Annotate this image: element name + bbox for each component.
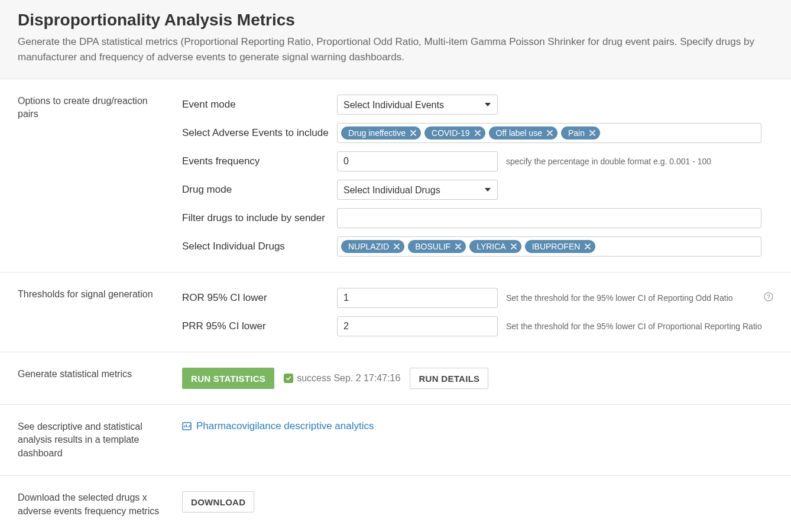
ror-label: ROR 95% CI lower [182, 292, 337, 304]
run-statistics-button[interactable]: RUN STATISTICS [182, 368, 274, 389]
event-mode-select[interactable]: Select Individual Events [337, 95, 498, 115]
run-status: success Sep. 2 17:47:16 [284, 373, 400, 384]
adverse-events-label: Select Adverse Events to include [182, 127, 337, 139]
event-mode-label: Event mode [182, 99, 337, 111]
section-generate: Generate statistical metrics RUN STATIST… [0, 352, 791, 405]
filter-drugs-label: Filter drugs to include by sender [182, 212, 337, 224]
tag-label: Pain [568, 128, 585, 138]
close-icon[interactable] [455, 244, 461, 249]
close-icon[interactable] [475, 130, 481, 136]
prr-input[interactable] [337, 316, 498, 336]
tag-label: Off label use [496, 128, 542, 138]
tag: NUPLAZID [341, 240, 404, 253]
analytics-link-text: Pharmacovigilance descriptive analytics [196, 420, 374, 432]
svg-text:?: ? [767, 294, 770, 300]
drug-mode-label: Drug mode [182, 184, 337, 196]
tag: Off label use [489, 126, 557, 140]
download-button[interactable]: DOWNLOAD [182, 491, 254, 512]
adverse-events-input[interactable]: Drug ineffectiveCOVID-19Off label usePai… [337, 123, 761, 143]
drug-mode-select[interactable]: Select Individual Drugs [337, 180, 498, 200]
tag-label: LYRICA [476, 242, 506, 251]
ror-input[interactable] [337, 288, 498, 308]
tag-label: NUPLAZID [348, 242, 389, 251]
prr-label: PRR 95% CI lower [182, 320, 337, 332]
tag-label: Drug ineffective [348, 128, 406, 138]
section-generate-label: Generate statistical metrics [18, 368, 182, 389]
individual-drugs-label: Select Individual Drugs [182, 241, 337, 252]
header: Disproportionality Analysis Metrics Gene… [0, 0, 791, 79]
tag-label: COVID-19 [432, 128, 470, 138]
section-download: Download the selected drugs x adverse ev… [0, 476, 791, 532]
check-icon [284, 374, 293, 383]
tag-label: BOSULIF [415, 242, 450, 251]
page-title: Disproportionality Analysis Metrics [18, 11, 773, 30]
close-icon[interactable] [410, 130, 416, 136]
tag-label: IBUPROFEN [532, 242, 581, 251]
tag: Pain [561, 126, 600, 140]
events-frequency-hint: specify the percentage in double format … [506, 157, 711, 166]
tag: Drug ineffective [341, 126, 421, 140]
analytics-link[interactable]: Pharmacovigilance descriptive analytics [182, 420, 374, 432]
tag: BOSULIF [408, 240, 466, 253]
close-icon[interactable] [589, 130, 595, 136]
section-results: See descriptive and statistical analysis… [0, 405, 791, 476]
individual-drugs-input[interactable]: NUPLAZIDBOSULIFLYRICAIBUPROFEN [337, 236, 761, 257]
tag: LYRICA [469, 240, 521, 253]
chart-icon [182, 422, 192, 430]
run-status-text: success Sep. 2 17:47:16 [297, 373, 400, 384]
section-thresholds: Thresholds for signal generation ROR 95%… [0, 273, 791, 352]
section-download-label: Download the selected drugs x adverse ev… [18, 491, 182, 518]
events-frequency-label: Events frequency [182, 155, 337, 167]
section-options-label: Options to create drug/reaction pairs [18, 95, 182, 257]
close-icon[interactable] [585, 244, 591, 249]
run-details-button[interactable]: RUN DETAILS [410, 368, 488, 389]
tag: COVID-19 [424, 126, 485, 140]
filter-drugs-input[interactable] [337, 208, 761, 228]
tag: IBUPROFEN [525, 240, 596, 253]
close-icon[interactable] [394, 244, 400, 249]
close-icon[interactable] [547, 130, 553, 136]
page-description: Generate the DPA statistical metrics (Pr… [18, 34, 773, 64]
section-options: Options to create drug/reaction pairs Ev… [0, 79, 791, 273]
section-thresholds-label: Thresholds for signal generation [18, 288, 182, 336]
events-frequency-input[interactable] [337, 151, 498, 171]
ror-hint: Set the threshold for the 95% lower CI o… [506, 293, 733, 303]
help-icon[interactable]: ? [764, 292, 773, 304]
section-results-label: See descriptive and statistical analysis… [18, 420, 182, 460]
prr-hint: Set the threshold for the 95% lower CI o… [506, 322, 762, 331]
close-icon[interactable] [511, 244, 517, 249]
